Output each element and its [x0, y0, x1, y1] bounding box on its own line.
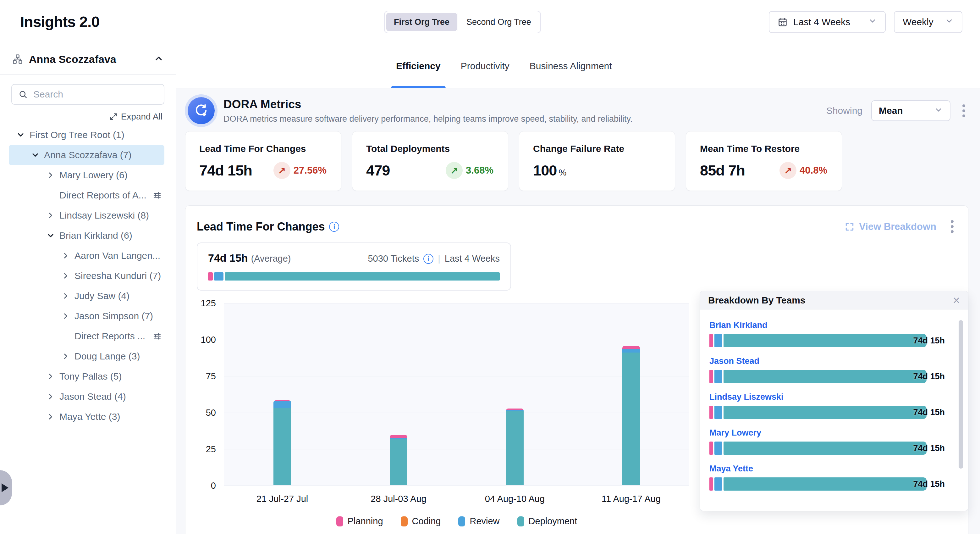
tree-item-first-org-tree-root-1[interactable]: First Org Tree Root (1) [0, 125, 176, 145]
legend-item-planning[interactable]: Planning [336, 516, 383, 526]
dora-kebab-menu-icon[interactable] [959, 102, 968, 119]
tab-productivity[interactable]: Productivity [461, 44, 509, 88]
chart-bar-11-aug-17-aug[interactable] [622, 346, 640, 485]
team-name-link[interactable]: Jason Stead [710, 356, 759, 366]
tree-item-brian-kirkland-6[interactable]: Brian Kirkland (6) [0, 225, 176, 245]
y-tick-25: 25 [206, 444, 216, 454]
y-tick-125: 125 [201, 298, 216, 309]
tree-item-anna-scozzafava-7[interactable]: Anna Scozzafava (7) [9, 145, 164, 165]
granularity-select[interactable]: Weekly [894, 11, 963, 33]
top-controls: Last 4 Weeks Weekly [769, 11, 963, 33]
chevron-right-icon[interactable] [46, 211, 56, 220]
legend-label: Coding [412, 516, 441, 526]
chevron-right-icon[interactable] [60, 251, 71, 260]
triangle-right-icon [2, 483, 8, 492]
breakdown-by-teams-panel: Breakdown By Teams × Brian Kirkland74d 1… [700, 291, 968, 511]
org-tree-toggle-second-org-tree[interactable]: Second Org Tree [459, 13, 539, 31]
metric-card-value: 85d 7h [700, 162, 745, 179]
team-bar-segment-planning [710, 370, 713, 383]
chevron-right-icon[interactable] [46, 392, 56, 401]
legend-item-deployment[interactable]: Deployment [517, 516, 578, 526]
bar-segment-deployment [622, 352, 640, 485]
team-name-link[interactable]: Maya Yette [710, 464, 753, 473]
tab-business-alignment[interactable]: Business Alignment [530, 44, 612, 88]
team-bar-segment-planning [710, 406, 713, 419]
tree-item-maya-yette-3[interactable]: Maya Yette (3) [0, 406, 176, 427]
sidebar-user-name: Anna Scozzafava [29, 53, 116, 65]
metric-card-value: 100% [533, 162, 566, 179]
team-bar-segment-review [714, 477, 722, 491]
info-icon[interactable]: i [329, 222, 339, 232]
view-breakdown-button[interactable]: View Breakdown [845, 221, 936, 233]
average-summary-top: 74d 15h (Average) 5030 Tickets i | Last … [208, 252, 500, 264]
tree-item-jason-simpson-7[interactable]: Jason Simpson (7) [0, 306, 176, 326]
tree-item-sireesha-kunduri-7[interactable]: Sireesha Kunduri (7) [0, 266, 176, 286]
team-name-link[interactable]: Lindsay Liszewski [710, 392, 784, 402]
tree-item-lindsay-liszewski-8[interactable]: Lindsay Liszewski (8) [0, 206, 176, 225]
search-input[interactable] [33, 89, 158, 100]
tree-item-jason-stead-4[interactable]: Jason Stead (4) [0, 386, 176, 406]
team-bar-segment-planning [710, 334, 713, 347]
gridline-25 [224, 449, 689, 450]
chevron-down-icon [868, 16, 877, 27]
legend-item-review[interactable]: Review [458, 516, 500, 526]
date-range-select[interactable]: Last 4 Weeks [769, 11, 886, 33]
team-bar-segment-planning [710, 477, 713, 491]
close-icon[interactable]: × [953, 294, 960, 306]
tree-item-tony-pallas-5[interactable]: Tony Pallas (5) [0, 367, 176, 386]
chevron-right-icon[interactable] [60, 352, 71, 361]
y-tick-0: 0 [211, 481, 216, 491]
chevron-down-icon[interactable] [46, 231, 56, 240]
showing-select[interactable]: Mean [871, 100, 950, 121]
filter-settings-icon[interactable] [153, 332, 162, 341]
legend-item-coding[interactable]: Coding [401, 516, 441, 526]
org-tree-toggle-first-org-tree[interactable]: First Org Tree [386, 13, 457, 31]
tab-efficiency[interactable]: Efficiency [396, 44, 441, 88]
chevron-right-icon[interactable] [46, 171, 56, 180]
tabs-row: EfficiencyProductivityBusiness Alignment [176, 44, 980, 88]
tree-item-doug-lange-3[interactable]: Doug Lange (3) [0, 346, 176, 367]
chevron-right-icon[interactable] [60, 312, 71, 320]
team-name-link[interactable]: Brian Kirkland [710, 320, 768, 330]
chevron-right-icon[interactable] [60, 271, 71, 280]
chevron-right-icon[interactable] [46, 372, 56, 381]
chevron-down-icon[interactable] [16, 131, 26, 139]
metric-delta-badge: ↗3.68% [446, 162, 493, 179]
y-tick-50: 50 [206, 408, 216, 418]
average-summary-box: 74d 15h (Average) 5030 Tickets i | Last … [197, 242, 511, 290]
bar-segment-gap [722, 442, 724, 455]
metric-card-value: 74d 15h [199, 162, 252, 179]
tree-item-aaron-van-langen[interactable]: Aaron Van Langen... [0, 245, 176, 266]
lead-time-header: Lead Time For Changes i View Breakdown [197, 218, 957, 235]
chart-bar-21-jul-27-jul[interactable] [274, 400, 291, 486]
search-box [11, 84, 164, 105]
x-label-11-aug-17-aug: 11 Aug-17 Aug [573, 494, 689, 504]
chart-y-axis: 0255075100125 [197, 303, 224, 486]
sidebar-collapse-handle[interactable] [0, 470, 12, 505]
avg-bar-segment-review [214, 273, 223, 281]
tree-item-judy-saw-4[interactable]: Judy Saw (4) [0, 286, 176, 306]
lead-time-kebab-menu-icon[interactable] [948, 218, 957, 235]
bar-segment-deployment [274, 408, 291, 485]
legend-label: Deployment [529, 516, 578, 526]
tree-item-direct-reports-of-a[interactable]: Direct Reports of A... [0, 185, 176, 206]
tree-item-direct-reports[interactable]: Direct Reports ... [0, 326, 176, 346]
team-bar-segment-review [714, 406, 722, 419]
filter-settings-icon[interactable] [153, 191, 162, 200]
chart-bar-04-aug-10-aug[interactable] [506, 408, 523, 485]
chevron-right-icon[interactable] [46, 412, 56, 421]
chart-bar-28-jul-03-aug[interactable] [390, 435, 407, 485]
metric-card-title: Total Deployments [366, 143, 493, 154]
tree-item-mary-lowery-6[interactable]: Mary Lowery (6) [0, 165, 176, 185]
team-bar-segment-deployment [724, 334, 927, 347]
info-icon[interactable]: i [423, 254, 433, 264]
chevron-right-icon[interactable] [60, 292, 71, 300]
scrollbar-thumb[interactable] [959, 320, 963, 469]
metric-card-title: Lead Time For Changes [199, 143, 326, 154]
average-label: (Average) [251, 253, 291, 264]
sidebar-header[interactable]: Anna Scozzafava [0, 44, 176, 75]
chevron-down-icon[interactable] [30, 151, 40, 159]
chevron-up-icon[interactable] [154, 53, 164, 65]
team-name-link[interactable]: Mary Lowery [710, 428, 761, 438]
expand-all-button[interactable]: Expand All [0, 112, 162, 122]
